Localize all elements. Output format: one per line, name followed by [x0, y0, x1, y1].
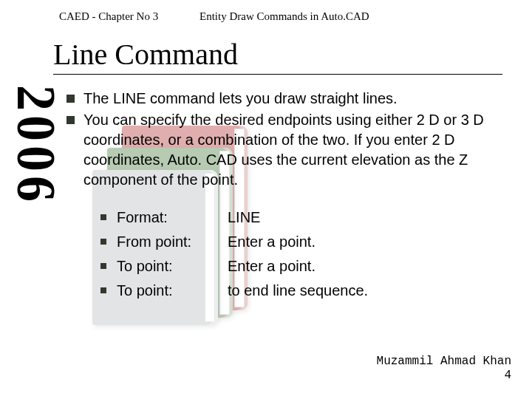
sub-value: Enter a point.	[228, 256, 502, 276]
footer-page-number: 4	[377, 369, 511, 383]
page-title: Line Command	[53, 37, 238, 72]
square-bullet-icon	[100, 239, 106, 245]
format-sublist: Format: LINE From point: Enter a point. …	[100, 208, 502, 301]
square-bullet-icon	[100, 214, 106, 220]
sub-value: Enter a point.	[228, 232, 502, 252]
side-year: 2006	[4, 85, 66, 206]
title-underline	[53, 74, 502, 75]
bullet-item: The LINE command lets you draw straight …	[66, 89, 502, 109]
sub-value: to end line sequence.	[228, 281, 502, 301]
bullet-text: You can specify the desired endpoints us…	[83, 110, 502, 190]
sub-label: Format:	[117, 208, 228, 228]
list-item: From point: Enter a point.	[100, 232, 502, 252]
sub-label: To point:	[117, 281, 228, 301]
footer-author: Muzammil Ahmad Khan	[377, 355, 511, 369]
header-topic: Entity Draw Commands in Auto.CAD	[200, 10, 502, 23]
square-bullet-icon	[66, 116, 75, 124]
square-bullet-icon	[100, 287, 106, 293]
bullet-text: The LINE command lets you draw straight …	[83, 89, 502, 109]
list-item: To point: Enter a point.	[100, 256, 502, 276]
square-bullet-icon	[100, 263, 106, 269]
bullet-item: You can specify the desired endpoints us…	[66, 110, 502, 190]
list-item: To point: to end line sequence.	[100, 281, 502, 301]
slide-header: CAED - Chapter No 3 Entity Draw Commands…	[59, 10, 502, 23]
sub-label: To point:	[117, 256, 228, 276]
square-bullet-icon	[66, 95, 75, 103]
slide-footer: Muzammil Ahmad Khan 4	[377, 355, 511, 383]
list-item: Format: LINE	[100, 208, 502, 228]
header-chapter: CAED - Chapter No 3	[59, 10, 200, 23]
content-area: The LINE command lets you draw straight …	[66, 89, 502, 305]
sub-value: LINE	[228, 208, 502, 228]
sub-label: From point:	[117, 232, 228, 252]
